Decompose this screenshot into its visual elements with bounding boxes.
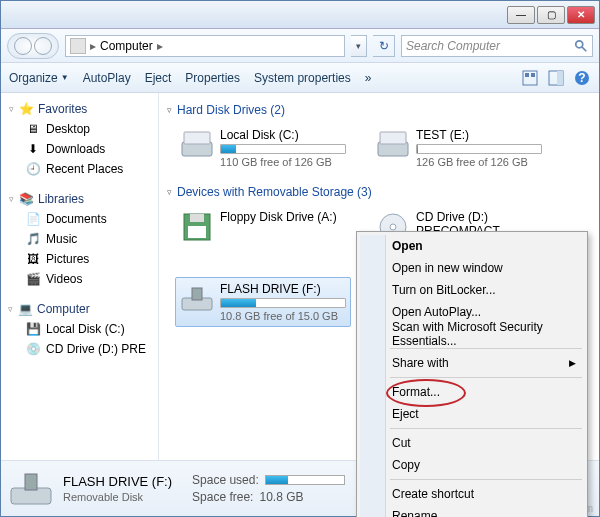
menu-item-open[interactable]: Open [360,235,584,257]
sidebar-item-music[interactable]: 🎵Music [5,229,154,249]
menu-item-rename[interactable]: Rename [360,505,584,517]
music-icon: 🎵 [25,231,41,247]
drive-label: Local Disk (C:) [220,128,346,142]
history-dropdown[interactable]: ▾ [351,35,367,57]
refresh-button[interactable]: ↻ [373,35,395,57]
usage-bar [220,144,346,154]
svg-rect-14 [190,214,204,222]
menu-item-share-with[interactable]: Share with▶ [360,352,584,374]
libraries-group[interactable]: ▿📚Libraries [5,189,154,209]
star-icon: ⭐ [18,101,34,117]
drive-flash-f[interactable]: FLASH DRIVE (F:) 10.8 GB free of 15.0 GB [175,277,351,327]
menu-item-turn-on-bitlocker[interactable]: Turn on BitLocker... [360,279,584,301]
computer-icon [70,38,86,54]
drive-sub: 10.8 GB free of 15.0 GB [220,310,346,322]
hdd-icon [376,128,410,162]
drive-label: TEST (E:) [416,128,542,142]
usage-bar [265,475,345,485]
svg-rect-15 [188,226,206,238]
svg-rect-19 [192,288,202,300]
help-button[interactable]: ? [573,69,591,87]
sidebar-item-desktop[interactable]: 🖥Desktop [5,119,154,139]
details-type: Removable Disk [63,491,172,503]
maximize-button[interactable]: ▢ [537,6,565,24]
svg-text:?: ? [578,71,585,85]
drive-local-c[interactable]: Local Disk (C:) 110 GB free of 126 GB [175,123,351,173]
folder-icon: 📄 [25,211,41,227]
space-used-label: Space used: [192,473,259,487]
computer-icon: 💻 [17,301,33,317]
desktop-icon: 🖥 [25,121,41,137]
menu-item-open-in-new-window[interactable]: Open in new window [360,257,584,279]
computer-group[interactable]: ▿💻Computer [5,299,154,319]
chevron-down-icon: ▿ [167,105,172,115]
navigation-pane: ▿⭐Favorites 🖥Desktop ⬇Downloads 🕘Recent … [1,93,159,460]
search-icon [574,39,588,53]
menu-item-copy[interactable]: Copy [360,454,584,476]
usage-bar [220,298,346,308]
menu-item-cut[interactable]: Cut [360,432,584,454]
chevron-right-icon: ▸ [157,39,163,53]
search-input[interactable]: Search Computer [401,35,593,57]
space-free-value: 10.8 GB [259,490,303,504]
svg-point-17 [390,224,396,230]
group-removable[interactable]: ▿Devices with Removable Storage (3) [167,185,595,199]
preview-pane-button[interactable] [547,69,565,87]
sidebar-item-recent[interactable]: 🕘Recent Places [5,159,154,179]
explorer-window: — ▢ ✕ ▸ Computer ▸ ▾ ↻ Search Computer O… [0,0,600,517]
drive-label: FLASH DRIVE (F:) [220,282,346,296]
menu-item-create-shortcut[interactable]: Create shortcut [360,483,584,505]
chevron-down-icon: ▼ [61,73,69,82]
toolbar: Organize▼ AutoPlay Eject Properties Syst… [1,63,599,93]
nav-back-forward[interactable] [7,33,59,59]
toolbar-overflow[interactable]: » [365,71,372,85]
cd-icon: 💿 [25,341,41,357]
sidebar-item-pictures[interactable]: 🖼Pictures [5,249,154,269]
hdd-icon [180,128,214,162]
eject-button[interactable]: Eject [145,71,172,85]
sidebar-item-downloads[interactable]: ⬇Downloads [5,139,154,159]
menu-item-scan-with-microsoft-security-essentials[interactable]: Scan with Microsoft Security Essentials.… [360,323,584,345]
close-button[interactable]: ✕ [567,6,595,24]
menu-separator [390,348,582,349]
sidebar-item-cddrive[interactable]: 💿CD Drive (D:) PRE [5,339,154,359]
drive-sub: 126 GB free of 126 GB [416,156,542,168]
organize-menu[interactable]: Organize▼ [9,71,69,85]
svg-line-1 [582,46,586,50]
drive-sub: 110 GB free of 126 GB [220,156,346,168]
sidebar-item-localdisk[interactable]: 💾Local Disk (C:) [5,319,154,339]
svg-point-0 [576,40,583,47]
titlebar: — ▢ ✕ [1,1,599,29]
usb-icon [180,282,214,316]
system-properties-button[interactable]: System properties [254,71,351,85]
floppy-icon [180,210,214,244]
usage-bar [416,144,542,154]
minimize-button[interactable]: — [507,6,535,24]
menu-item-eject[interactable]: Eject [360,403,584,425]
forward-icon [34,37,52,55]
drive-test-e[interactable]: TEST (E:) 126 GB free of 126 GB [371,123,547,173]
recent-icon: 🕘 [25,161,41,177]
breadcrumb[interactable]: ▸ Computer ▸ [65,35,345,57]
back-icon [14,37,32,55]
view-mode-button[interactable] [521,69,539,87]
libraries-icon: 📚 [18,191,34,207]
svg-rect-6 [557,71,563,85]
sidebar-item-documents[interactable]: 📄Documents [5,209,154,229]
menu-item-format[interactable]: Format... [360,381,584,403]
chevron-down-icon: ▿ [9,104,14,114]
autoplay-button[interactable]: AutoPlay [83,71,131,85]
group-hard-disks[interactable]: ▿Hard Disk Drives (2) [167,103,595,117]
svg-rect-4 [531,73,535,77]
svg-rect-21 [25,474,37,490]
svg-rect-12 [380,132,406,144]
search-placeholder: Search Computer [406,39,500,53]
chevron-right-icon: ▸ [90,39,96,53]
chevron-down-icon: ▿ [9,194,14,204]
breadcrumb-item[interactable]: Computer [100,39,153,53]
properties-button[interactable]: Properties [185,71,240,85]
sidebar-item-videos[interactable]: 🎬Videos [5,269,154,289]
favorites-group[interactable]: ▿⭐Favorites [5,99,154,119]
navbar: ▸ Computer ▸ ▾ ↻ Search Computer [1,29,599,63]
drive-floppy-a[interactable]: Floppy Disk Drive (A:) [175,205,351,269]
